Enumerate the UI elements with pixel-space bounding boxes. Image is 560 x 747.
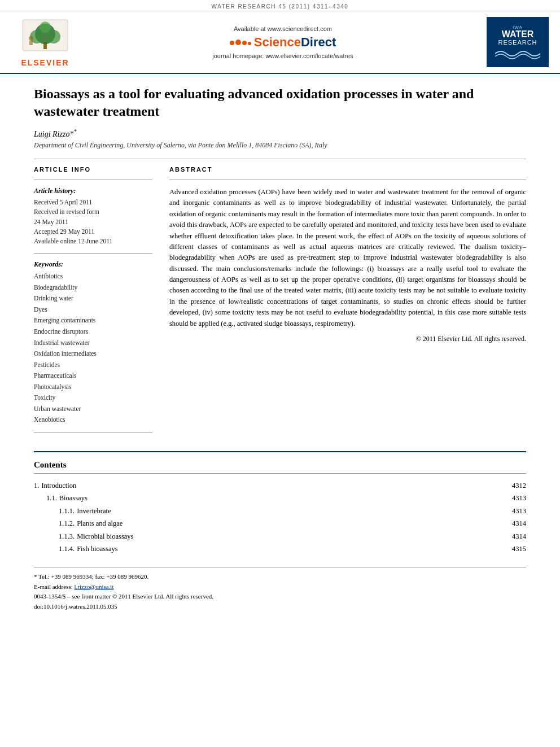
history-revised-date: 24 May 2011 bbox=[34, 217, 152, 227]
center-branding: Available at www.sciencedirect.com Scien… bbox=[79, 17, 487, 67]
email-link[interactable]: l.rizzo@unisa.it bbox=[74, 583, 113, 590]
elsevier-logo: ELSEVIER bbox=[11, 17, 79, 67]
keyword-dyes: Dyes bbox=[34, 304, 152, 316]
article-body: ARTICLE INFO Article history: Received 5… bbox=[34, 166, 526, 440]
keyword-drinking-water: Drinking water bbox=[34, 293, 152, 304]
toc-page-invertebrate: 4313 bbox=[512, 505, 526, 518]
toc-number-1: 1. bbox=[34, 479, 39, 492]
copyright: © 2011 Elsevier Ltd. All rights reserved… bbox=[169, 335, 526, 343]
homepage-text: journal homepage: www.elsevier.com/locat… bbox=[212, 53, 353, 59]
article-info-header: ARTICLE INFO bbox=[34, 166, 152, 173]
toc-page-bioassays: 4313 bbox=[512, 492, 526, 505]
toc-page-fish: 4315 bbox=[512, 543, 526, 556]
elsevier-wordmark: ELSEVIER bbox=[21, 58, 69, 67]
toc-item-plants-algae: 1.1.2. Plants and algae 4314 bbox=[34, 517, 526, 530]
email-label: E-mail address: bbox=[34, 583, 73, 590]
page-content: Bioassays as a tool for evaluating advan… bbox=[0, 74, 560, 623]
toc-number-1-1-1: 1.1.1. bbox=[59, 505, 75, 518]
abstract-text: Advanced oxidation processes (AOPs) have… bbox=[169, 187, 526, 329]
keyword-industrial-wastewater: Industrial wastewater bbox=[34, 338, 152, 349]
contents-title: Contents bbox=[34, 460, 526, 474]
svg-point-6 bbox=[29, 36, 33, 41]
keyword-urban-wastewater: Urban wastewater bbox=[34, 404, 152, 415]
keyword-oxidation-intermediates: Oxidation intermediates bbox=[34, 348, 152, 360]
toc-label-introduction: Introduction bbox=[41, 479, 76, 492]
toc-page-microbial: 4314 bbox=[512, 530, 526, 543]
elsevier-tree-icon bbox=[20, 17, 71, 56]
footnote-license: 0043-1354/$ – see front matter © 2011 El… bbox=[34, 592, 526, 602]
sciencedirect-dots-icon bbox=[230, 40, 251, 45]
toc-label-plants-algae: Plants and algae bbox=[77, 517, 123, 530]
author-name: Luigi Rizzo** bbox=[34, 128, 526, 139]
journal-header: WATER RESEARCH 45 (2011) 4311–4340 bbox=[0, 0, 560, 11]
badge-decoration bbox=[495, 48, 540, 59]
keyword-pharmaceuticals: Pharmaceuticals bbox=[34, 370, 152, 382]
divider-info bbox=[34, 180, 152, 180]
footnote-email: E-mail address: l.rizzo@unisa.it bbox=[34, 582, 526, 592]
keywords-label: Keywords: bbox=[34, 260, 152, 269]
toc-label-bioassays: Bioassays bbox=[59, 492, 88, 505]
keyword-endocrine-disruptors: Endocrine disruptors bbox=[34, 326, 152, 338]
divider-keywords bbox=[34, 253, 152, 254]
keyword-photocatalysis: Photocatalysis bbox=[34, 382, 152, 393]
sciencedirect-wordmark: ScienceDirect bbox=[254, 35, 336, 50]
toc-item-bioassays: 1.1. Bioassays 4313 bbox=[34, 492, 526, 505]
divider-1 bbox=[34, 159, 526, 159]
toc-label-fish: Fish bioassays bbox=[77, 543, 118, 556]
keyword-toxicity: Toxicity bbox=[34, 392, 152, 404]
keywords-list: Antibiotics Biodegradability Drinking wa… bbox=[34, 271, 152, 426]
article-info-column: ARTICLE INFO Article history: Received 5… bbox=[34, 166, 152, 440]
water-label: WATER bbox=[502, 30, 534, 39]
toc-label-microbial: Microbial bioassays bbox=[77, 530, 133, 543]
history-revised-label: Received in revised form bbox=[34, 207, 152, 217]
history-accepted: Accepted 29 May 2011 bbox=[34, 227, 152, 237]
keyword-antibiotics: Antibiotics bbox=[34, 271, 152, 282]
footnote-tel: * Tel.: +39 089 969334; fax: +39 089 969… bbox=[34, 572, 526, 582]
svg-rect-7 bbox=[29, 41, 33, 45]
keyword-xenobiotics: Xenobiotics bbox=[34, 414, 152, 426]
footnote-doi: doi:10.1016/j.watres.2011.05.035 bbox=[34, 602, 526, 612]
available-text: Available at www.sciencedirect.com bbox=[234, 25, 332, 32]
divider-abstract bbox=[169, 180, 526, 180]
history-online: Available online 12 June 2011 bbox=[34, 237, 152, 246]
affiliation: Department of Civil Engineering, Univers… bbox=[34, 141, 526, 150]
toc-item-fish: 1.1.4. Fish bioassays 4315 bbox=[34, 543, 526, 556]
divider-keywords-end bbox=[34, 433, 152, 433]
water-research-badge: IWA WATER RESEARCH bbox=[487, 17, 549, 67]
toc-item-invertebrate: 1.1.1. Invertebrate 4313 bbox=[34, 505, 526, 518]
footnote-section: * Tel.: +39 089 969334; fax: +39 089 969… bbox=[34, 567, 526, 611]
toc-item-microbial: 1.1.3. Microbial bioassays 4314 bbox=[34, 530, 526, 543]
history-label: Article history: bbox=[34, 187, 152, 195]
keyword-emerging-contaminants: Emerging contaminants bbox=[34, 315, 152, 326]
top-header: ELSEVIER Available at www.sciencedirect.… bbox=[0, 11, 560, 74]
toc-label-invertebrate: Invertebrate bbox=[77, 505, 111, 518]
toc-item-introduction: 1. Introduction 4312 bbox=[34, 479, 526, 492]
toc-number-1-1-4: 1.1.4. bbox=[59, 543, 75, 556]
svg-point-5 bbox=[40, 21, 51, 33]
keyword-pesticides: Pesticides bbox=[34, 360, 152, 371]
abstract-column: ABSTRACT Advanced oxidation processes (A… bbox=[169, 166, 526, 440]
toc-page-introduction: 4312 bbox=[512, 479, 526, 492]
research-label: RESEARCH bbox=[498, 39, 537, 46]
toc-number-1-1: 1.1. bbox=[46, 492, 57, 505]
toc-number-1-1-2: 1.1.2. bbox=[59, 517, 75, 530]
sciencedirect-logo: ScienceDirect bbox=[230, 35, 336, 50]
keyword-biodegradability: Biodegradability bbox=[34, 282, 152, 294]
history-received: Received 5 April 2011 bbox=[34, 198, 152, 207]
svg-point-4 bbox=[47, 30, 60, 43]
toc-number-1-1-3: 1.1.3. bbox=[59, 530, 75, 543]
abstract-header: ABSTRACT bbox=[169, 166, 526, 173]
toc-page-plants-algae: 4314 bbox=[512, 517, 526, 530]
article-title: Bioassays as a tool for evaluating advan… bbox=[34, 85, 526, 120]
contents-section: Contents 1. Introduction 4312 1.1. Bioas… bbox=[34, 451, 526, 556]
